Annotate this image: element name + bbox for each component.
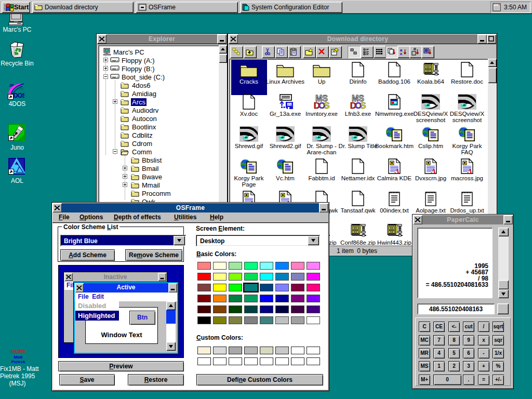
svg-text:12: 12 [425, 49, 429, 52]
svg-text:e: e [400, 51, 402, 56]
svg-text:D: D [354, 51, 356, 55]
svg-text:D: D [351, 48, 353, 51]
